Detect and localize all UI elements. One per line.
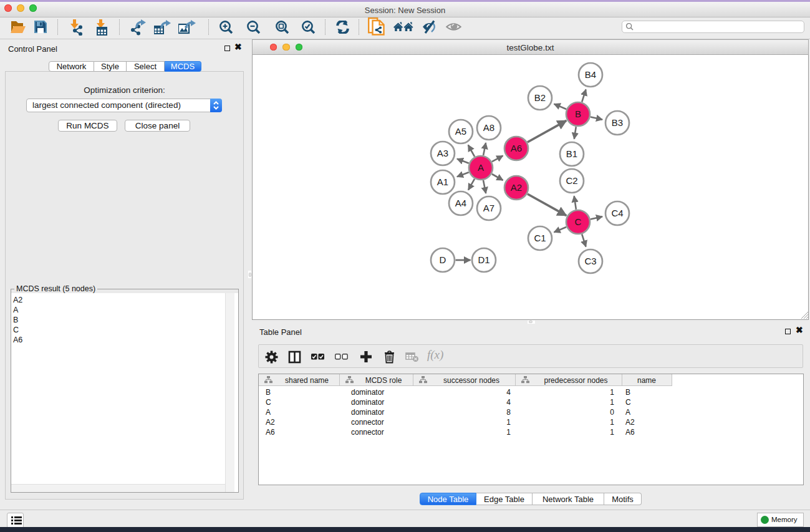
- svg-text:A6: A6: [511, 143, 522, 153]
- svg-text:A3: A3: [437, 148, 448, 158]
- svg-text:B4: B4: [585, 69, 596, 80]
- svg-text:D: D: [440, 254, 446, 265]
- svg-text:C3: C3: [584, 256, 596, 266]
- svg-text:C1: C1: [534, 233, 546, 243]
- svg-text:A4: A4: [455, 198, 466, 208]
- svg-text:B2: B2: [534, 92, 546, 103]
- svg-text:C2: C2: [566, 175, 577, 186]
- svg-text:D1: D1: [478, 254, 489, 265]
- svg-text:B1: B1: [566, 148, 577, 159]
- svg-text:B: B: [575, 109, 581, 119]
- svg-text:C: C: [575, 216, 582, 227]
- svg-text:A1: A1: [437, 177, 448, 187]
- svg-text:A5: A5: [455, 126, 466, 137]
- svg-text:C4: C4: [611, 208, 623, 218]
- svg-text:B3: B3: [612, 117, 623, 128]
- svg-text:A: A: [478, 162, 484, 173]
- svg-text:A8: A8: [483, 122, 494, 133]
- svg-text:A7: A7: [483, 203, 494, 213]
- svg-text:A2: A2: [511, 182, 522, 193]
